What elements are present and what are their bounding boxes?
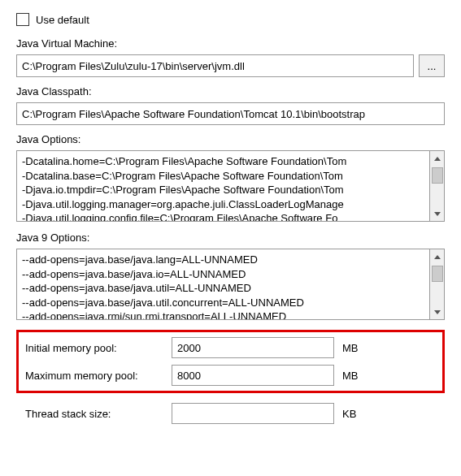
scroll-down-icon[interactable] xyxy=(430,305,444,319)
thread-stack-label: Thread stack size: xyxy=(25,408,172,420)
initial-memory-unit: MB xyxy=(342,342,359,354)
memory-highlight: Initial memory pool: MB Maximum memory p… xyxy=(16,330,445,393)
initial-memory-label: Initial memory pool: xyxy=(25,342,172,354)
scroll-thumb[interactable] xyxy=(432,167,443,184)
svg-marker-3 xyxy=(434,310,441,314)
java-options-label: Java Options: xyxy=(16,133,445,145)
java-options-textarea[interactable] xyxy=(16,150,430,222)
java9-options-scrollbar[interactable] xyxy=(430,249,445,320)
max-memory-unit: MB xyxy=(342,370,359,382)
jvm-input[interactable] xyxy=(16,54,414,77)
max-memory-label: Maximum memory pool: xyxy=(25,370,172,382)
thread-stack-unit: KB xyxy=(342,408,356,420)
scroll-track[interactable] xyxy=(430,166,444,206)
use-default-checkbox[interactable] xyxy=(16,13,29,26)
initial-memory-input[interactable] xyxy=(172,337,334,358)
svg-marker-1 xyxy=(434,212,441,216)
scroll-thumb[interactable] xyxy=(432,266,443,282)
jvm-browse-button[interactable]: ... xyxy=(419,54,445,77)
jvm-label: Java Virtual Machine: xyxy=(16,37,445,50)
classpath-input[interactable] xyxy=(16,102,445,125)
max-memory-input[interactable] xyxy=(172,365,334,386)
scroll-up-icon[interactable] xyxy=(430,151,444,166)
java-options-scrollbar[interactable] xyxy=(430,150,445,222)
java9-options-textarea[interactable] xyxy=(16,249,430,320)
svg-marker-0 xyxy=(434,157,441,161)
java9-options-label: Java 9 Options: xyxy=(16,232,445,244)
scroll-up-icon[interactable] xyxy=(430,249,444,264)
scroll-down-icon[interactable] xyxy=(430,206,444,221)
scroll-track[interactable] xyxy=(430,264,444,305)
svg-marker-2 xyxy=(434,255,441,259)
thread-stack-input[interactable] xyxy=(172,403,334,424)
use-default-label: Use default xyxy=(36,14,89,26)
classpath-label: Java Classpath: xyxy=(16,85,445,97)
